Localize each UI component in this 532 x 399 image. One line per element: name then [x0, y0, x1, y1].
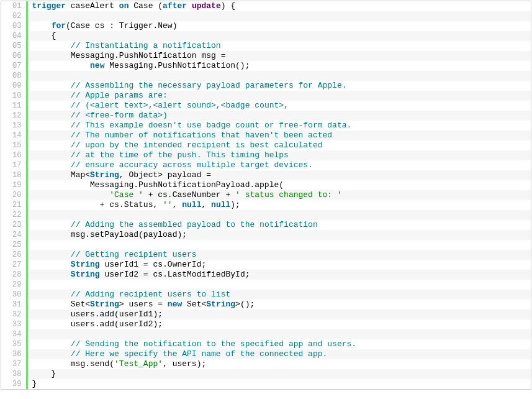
token-plain: Case ( [128, 1, 163, 11]
token-plain: + cs.CaseNumber + [143, 190, 235, 200]
code-line: // Adding recipient users to list [28, 290, 531, 300]
token-plain: Messaging.PushNotificationPayload.apple( [32, 180, 284, 190]
code-line: msg.send('Test_App', users); [28, 359, 531, 369]
line-number: 23 [1, 220, 26, 230]
token-plain [32, 339, 70, 349]
line-number-gutter: 0102030405060708091011121314151617181920… [1, 1, 28, 389]
token-kw: trigger [32, 1, 66, 11]
code-line: // Here we specify the API name of the c… [28, 349, 531, 359]
token-type: String [71, 270, 100, 279]
token-plain [32, 290, 70, 299]
token-plain: Messaging.PushNotification(); [104, 61, 250, 70]
code-block: 0102030405060708091011121314151617181920… [1, 1, 531, 390]
code-line: } [28, 369, 531, 379]
token-cmt: // Adding recipient users to list [71, 290, 230, 299]
token-plain: , [201, 200, 211, 209]
code-line: msg.setPayload(payload); [28, 230, 531, 240]
token-plain [187, 1, 192, 11]
line-number: 02 [1, 11, 26, 21]
code-line [28, 11, 531, 21]
token-type: String [206, 300, 235, 309]
code-line: for(Case cs : Trigger.New) [28, 21, 531, 31]
code-line: // ensure accuracy across multiple targe… [28, 160, 531, 170]
line-number: 14 [1, 131, 26, 140]
token-plain [32, 111, 70, 120]
token-cmt: // at the time of the push. This timing … [71, 150, 289, 160]
token-cmt: // The number of notifications that have… [71, 131, 332, 140]
code-line: // Getting recipient users [28, 250, 531, 260]
code-line [28, 210, 531, 220]
token-kw: on [119, 1, 129, 11]
token-plain: users.add(userId1); [32, 310, 163, 319]
token-plain: Messaging.PushNotification msg = [32, 51, 225, 60]
code-line [28, 280, 531, 290]
line-number: 13 [1, 121, 26, 131]
code-line: // Apple params are: [28, 91, 531, 101]
line-number: 11 [1, 101, 26, 111]
token-kw: new [168, 300, 182, 309]
code-line: { [28, 31, 531, 41]
line-number: 04 [1, 31, 26, 41]
token-plain: userId2 = cs.LastModifiedById; [100, 270, 250, 279]
code-line: // The number of notifications that have… [28, 131, 531, 140]
line-number: 31 [1, 300, 26, 310]
line-number: 19 [1, 180, 26, 190]
token-plain: (Case cs : Trigger.New) [66, 21, 177, 30]
token-type: String [90, 300, 119, 309]
code-line: // <free-form data>) [28, 111, 531, 121]
token-str: '' [163, 200, 173, 209]
line-number: 20 [1, 190, 26, 200]
line-number: 27 [1, 260, 26, 270]
token-plain: ) { [221, 1, 235, 11]
token-plain [32, 101, 70, 110]
line-number: 36 [1, 349, 26, 359]
line-number: 10 [1, 91, 26, 101]
token-plain: , [173, 200, 183, 209]
token-plain [32, 131, 70, 140]
line-number: 21 [1, 200, 26, 210]
token-plain [32, 140, 70, 150]
token-plain: , users); [163, 359, 206, 369]
token-plain [32, 270, 70, 279]
token-plain [32, 91, 70, 100]
line-number: 38 [1, 369, 26, 379]
token-plain: } [32, 369, 56, 378]
token-cmt: // <free-form data>) [71, 111, 168, 120]
line-number: 25 [1, 240, 26, 250]
line-number: 34 [1, 329, 26, 339]
line-number: 08 [1, 71, 26, 81]
line-number: 07 [1, 61, 26, 71]
token-plain [32, 260, 70, 269]
code-line: new Messaging.PushNotification(); [28, 61, 531, 71]
token-plain: } [32, 379, 37, 388]
line-number: 03 [1, 21, 26, 31]
token-plain [32, 150, 70, 160]
line-number: 35 [1, 339, 26, 349]
token-plain: >(); [235, 300, 255, 309]
code-line: } [28, 379, 531, 389]
line-number: 18 [1, 170, 26, 180]
token-plain: { [32, 31, 56, 40]
line-number: 05 [1, 41, 26, 51]
token-type: String [71, 260, 100, 269]
code-line: String userId2 = cs.LastModifiedById; [28, 270, 531, 280]
line-number: 37 [1, 359, 26, 369]
code-line [28, 71, 531, 81]
token-plain [32, 160, 70, 170]
line-number: 22 [1, 210, 26, 220]
line-number: 17 [1, 160, 26, 170]
token-str: ' status changed to: ' [235, 190, 342, 200]
line-number: 30 [1, 290, 26, 300]
code-line: // Instantiating a notification [28, 41, 531, 51]
line-number: 06 [1, 51, 26, 61]
token-cmt: // Getting recipient users [71, 250, 197, 259]
code-line: Map<String, Object> payload = [28, 170, 531, 180]
token-cmt: // upon by the intended recipient is bes… [71, 140, 323, 150]
token-plain: ); [230, 200, 240, 209]
token-kw: after [163, 1, 187, 11]
token-nul: null [182, 200, 201, 209]
token-plain: userId1 = cs.OwnerId; [100, 260, 207, 269]
code-line [28, 240, 531, 250]
token-plain: > users = [119, 300, 168, 309]
line-number: 29 [1, 280, 26, 290]
